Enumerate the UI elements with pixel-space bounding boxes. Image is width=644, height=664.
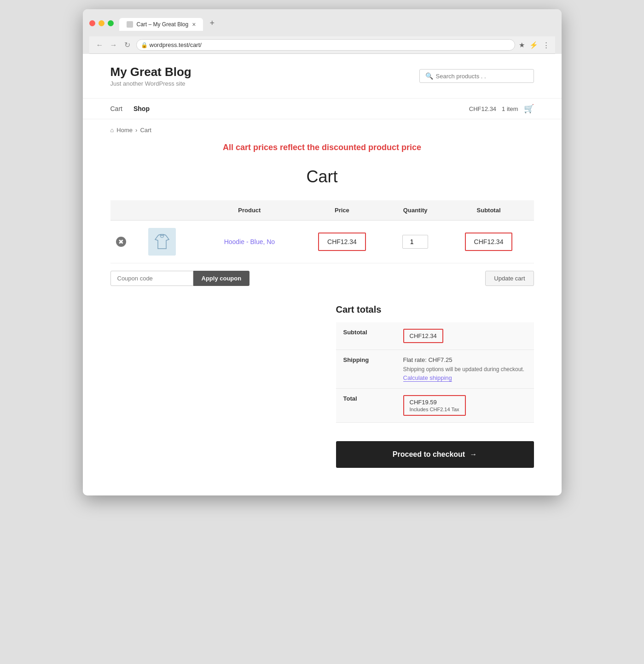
lock-icon: 🔒 (141, 42, 148, 48)
price-value: CHF12.34 (318, 233, 366, 251)
calculate-shipping-link[interactable]: Calculate shipping (403, 374, 452, 382)
cart-totals-section: Cart totals Subtotal CHF12.34 Shipping F… (83, 304, 562, 441)
quantity-cell[interactable] (387, 221, 444, 263)
nav-link-cart[interactable]: Cart (110, 99, 122, 119)
cart-count: 1 item (502, 105, 518, 112)
total-label: Total (336, 389, 396, 423)
checkout-arrow: → (470, 450, 477, 459)
col-image (143, 200, 202, 221)
subtotal-highlighted: CHF12.34 (403, 329, 443, 343)
subtotal-value-cell: CHF12.34 (396, 322, 534, 350)
subtotal-value: CHF12.34 (465, 233, 513, 251)
table-row: ✖ (110, 221, 534, 263)
forward-button[interactable]: → (109, 41, 119, 49)
shipping-row: Shipping Flat rate: CHF7.25 Shipping opt… (336, 350, 534, 389)
shipping-info-cell: Flat rate: CHF7.25 Shipping options will… (396, 350, 534, 389)
total-amount: CHF19.59 (410, 399, 437, 406)
apply-coupon-button[interactable]: Apply coupon (193, 271, 250, 286)
page-title: Cart (83, 158, 562, 200)
col-product: Product (202, 200, 297, 221)
site-nav: Cart Shop CHF12.34 1 item 🛒 (83, 99, 562, 119)
table-header-row: Product Price Quantity Subtotal (110, 200, 534, 221)
browser-toolbar-icons: ★ ⚡ ⋮ (519, 41, 550, 49)
cart-table: Product Price Quantity Subtotal ✖ (110, 200, 534, 263)
product-image (151, 231, 173, 252)
address-bar: ← → ↻ 🔒 ★ ⚡ ⋮ (89, 36, 555, 54)
subtotal-row: Subtotal CHF12.34 (336, 322, 534, 350)
back-button[interactable]: ← (95, 41, 105, 49)
remove-cell: ✖ (110, 221, 143, 263)
new-tab-button[interactable]: + (205, 16, 219, 31)
extensions-icon[interactable]: ⚡ (529, 41, 538, 49)
notice-text: All cart prices reflect the discounted p… (223, 143, 421, 152)
tab-bar: Cart – My Great Blog × + (119, 16, 219, 31)
cart-section: Product Price Quantity Subtotal ✖ (83, 200, 562, 304)
browser-titlebar: Cart – My Great Blog × + ← → ↻ 🔒 ★ ⚡ ⋮ (83, 9, 562, 54)
tax-note: Includes CHF2.14 Tax (410, 407, 459, 412)
breadcrumb: ⌂ Home › Cart (83, 119, 562, 137)
update-cart-button[interactable]: Update cart (485, 271, 534, 286)
checkout-section: Proceed to checkout → (83, 441, 562, 495)
product-link[interactable]: Hoodie - Blue, No (224, 238, 275, 245)
total-highlighted: CHF19.59 Includes CHF2.14 Tax (403, 395, 466, 416)
breadcrumb-separator: › (135, 127, 137, 134)
minimize-button[interactable] (99, 20, 104, 26)
search-icon: 🔍 (425, 72, 433, 80)
subtotal-label: Subtotal (336, 322, 396, 350)
cart-totals-title: Cart totals (336, 304, 534, 315)
tab-title: Cart – My Great Blog (137, 21, 189, 28)
coupon-input[interactable] (110, 271, 193, 286)
home-icon: ⌂ (110, 127, 114, 134)
shipping-option: Flat rate: CHF7.25 (403, 356, 527, 363)
product-thumbnail (148, 228, 176, 256)
url-input[interactable] (136, 39, 515, 51)
price-cell: CHF12.34 (297, 221, 387, 263)
totals-table: Subtotal CHF12.34 Shipping Flat rate: CH… (336, 322, 534, 423)
breadcrumb-current: Cart (140, 127, 151, 134)
bookmark-icon[interactable]: ★ (519, 41, 525, 49)
browser-window: Cart – My Great Blog × + ← → ↻ 🔒 ★ ⚡ ⋮ (83, 9, 562, 495)
notice-banner: All cart prices reflect the discounted p… (83, 137, 562, 158)
close-tab-icon[interactable]: × (192, 21, 196, 28)
checkout-button[interactable]: Proceed to checkout → (336, 441, 534, 468)
nav-links: Cart Shop (110, 99, 150, 119)
col-subtotal: Subtotal (444, 200, 534, 221)
checkout-label: Proceed to checkout (393, 450, 465, 459)
menu-icon[interactable]: ⋮ (543, 41, 550, 49)
coupon-section: Apply coupon (110, 271, 250, 286)
product-name-cell: Hoodie - Blue, No (202, 221, 297, 263)
nav-link-shop[interactable]: Shop (133, 99, 150, 119)
page-content: My Great Blog Just another WordPress sit… (83, 54, 562, 495)
site-tagline: Just another WordPress site (110, 80, 191, 87)
url-bar[interactable]: 🔒 (136, 39, 515, 51)
close-button[interactable] (89, 20, 95, 26)
refresh-button[interactable]: ↻ (122, 41, 133, 49)
col-remove (110, 200, 143, 221)
remove-item-button[interactable]: ✖ (116, 237, 126, 247)
active-tab[interactable]: Cart – My Great Blog × (119, 18, 203, 31)
search-bar[interactable]: 🔍 (419, 69, 534, 83)
breadcrumb-home[interactable]: Home (116, 127, 133, 134)
cart-totals: Cart totals Subtotal CHF12.34 Shipping F… (336, 304, 534, 423)
maximize-button[interactable] (108, 20, 114, 26)
search-input[interactable] (436, 73, 528, 80)
tab-favicon (127, 21, 133, 28)
site-header: My Great Blog Just another WordPress sit… (83, 54, 562, 99)
site-title: My Great Blog (110, 65, 191, 79)
traffic-lights (89, 20, 114, 26)
site-branding: My Great Blog Just another WordPress sit… (110, 65, 191, 87)
quantity-input[interactable] (402, 235, 428, 249)
shipping-label: Shipping (336, 350, 396, 389)
coupon-row: Apply coupon Update cart (110, 263, 534, 286)
cart-amount: CHF12.34 (469, 105, 496, 112)
subtotal-cell: CHF12.34 (444, 221, 534, 263)
col-price: Price (297, 200, 387, 221)
shipping-note: Shipping options will be updated during … (403, 366, 527, 373)
total-row: Total CHF19.59 Includes CHF2.14 Tax (336, 389, 534, 423)
cart-icon[interactable]: 🛒 (524, 104, 534, 114)
col-quantity: Quantity (387, 200, 444, 221)
total-value-cell: CHF19.59 Includes CHF2.14 Tax (396, 389, 534, 423)
product-image-cell (143, 221, 202, 263)
cart-summary: CHF12.34 1 item 🛒 (469, 104, 534, 114)
